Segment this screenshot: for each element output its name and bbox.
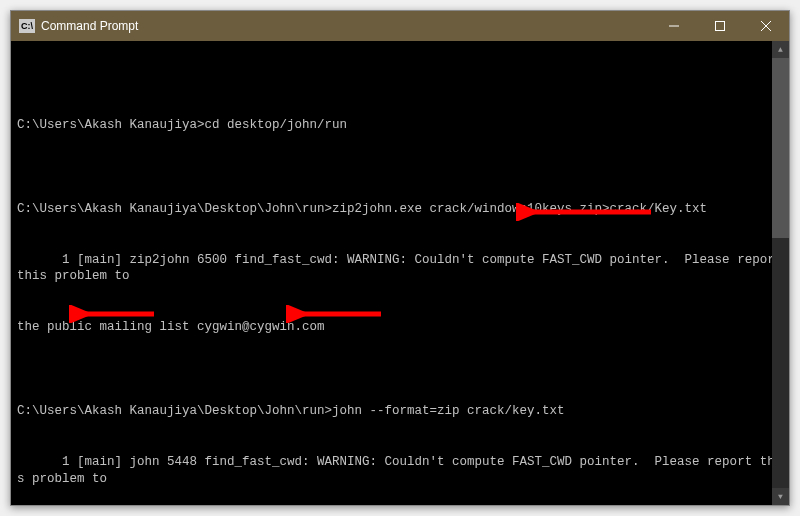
- terminal-line: 1 [main] zip2john 6500 find_fast_cwd: WA…: [17, 252, 783, 286]
- cmd-icon: C:\: [19, 19, 35, 33]
- scrollbar-up-button[interactable]: ▲: [772, 41, 789, 58]
- titlebar-left: C:\ Command Prompt: [19, 19, 138, 33]
- terminal-line: the public mailing list cygwin@cygwin.co…: [17, 319, 783, 336]
- terminal-line: C:\Users\Akash Kanaujiya>cd desktop/john…: [17, 117, 783, 134]
- terminal-line: 1 [main] john 5448 find_fast_cwd: WARNIN…: [17, 454, 783, 488]
- terminal-line: C:\Users\Akash Kanaujiya\Desktop\John\ru…: [17, 201, 783, 218]
- svg-rect-1: [716, 22, 725, 31]
- minimize-button[interactable]: [651, 11, 697, 41]
- titlebar[interactable]: C:\ Command Prompt: [11, 11, 789, 41]
- maximize-button[interactable]: [697, 11, 743, 41]
- window-title: Command Prompt: [41, 19, 138, 33]
- terminal-output[interactable]: C:\Users\Akash Kanaujiya>cd desktop/john…: [11, 41, 789, 505]
- terminal-line: C:\Users\Akash Kanaujiya\Desktop\John\ru…: [17, 403, 783, 420]
- vertical-scrollbar[interactable]: ▲ ▼: [772, 41, 789, 505]
- scrollbar-down-button[interactable]: ▼: [772, 488, 789, 505]
- titlebar-controls: [651, 11, 789, 41]
- command-prompt-window: C:\ Command Prompt C:\Users\Akash Kanauj…: [10, 10, 790, 506]
- scrollbar-thumb[interactable]: [772, 58, 789, 238]
- close-button[interactable]: [743, 11, 789, 41]
